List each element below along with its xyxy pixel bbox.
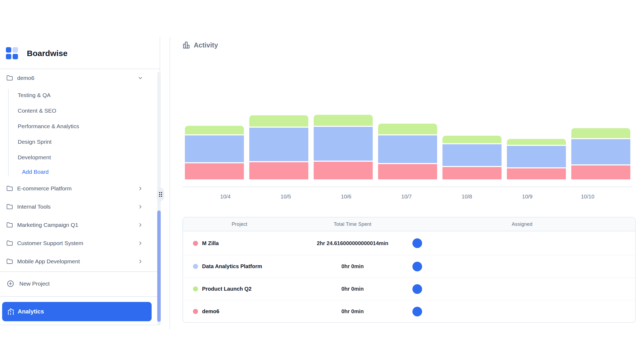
sidebar-bottom-border: [0, 325, 160, 325]
brand-title: Boardwise: [27, 47, 68, 59]
x-axis-label: 10/9: [522, 194, 533, 200]
chevron-right-icon[interactable]: [137, 258, 143, 264]
bar-segment-pink: [442, 167, 502, 179]
sidebar-project-demo6[interactable]: demo6: [0, 73, 160, 83]
table-row: Product Launch Q2 0hr 0min: [183, 278, 635, 300]
time-cell: 2hr 24.616000000000014min: [296, 240, 409, 247]
assignee-avatar[interactable]: [412, 238, 422, 248]
analytics-label: Analytics: [18, 308, 44, 315]
chart-bar-10/5: [249, 115, 308, 179]
assigned-cell: [409, 262, 635, 271]
assignee-avatar[interactable]: [412, 262, 422, 271]
bar-segment-green: [571, 128, 630, 138]
bar-segment-pink: [185, 163, 244, 179]
folder-icon: [6, 222, 13, 228]
assignee-avatar[interactable]: [412, 307, 422, 316]
project-name: demo6: [202, 308, 219, 315]
tree-indent-line: [8, 89, 9, 176]
folder-icon: [6, 240, 13, 246]
project-cell: M Zilla: [183, 240, 296, 246]
bar-segment-green: [378, 124, 437, 134]
analytics-button[interactable]: Analytics: [2, 302, 152, 321]
table-row: demo6 0hr 0min: [183, 300, 635, 323]
sidebar-project-internal-tools[interactable]: Internal Tools: [0, 201, 160, 212]
project-label: Internal Tools: [17, 204, 51, 210]
sidebar-project-marketing-campaign-q1[interactable]: Marketing Campaign Q1: [0, 220, 160, 230]
x-axis-label: 10/5: [281, 194, 291, 200]
sidebar-divider: [0, 69, 160, 69]
bar-segment-blue: [185, 135, 244, 162]
bar-segment-green: [442, 136, 502, 143]
project-cell: demo6: [183, 308, 296, 315]
assigned-cell: [409, 307, 635, 316]
board-item[interactable]: Testing & QA: [18, 91, 51, 99]
bar-segment-pink: [571, 165, 630, 179]
board-item[interactable]: Content & SEO: [18, 107, 56, 115]
project-name: Data Analytics Platform: [202, 263, 262, 269]
folder-icon: [6, 185, 13, 192]
add-board-button[interactable]: Add Board: [22, 168, 49, 176]
project-name: M Zilla: [202, 240, 219, 246]
chart-bar-10/7: [378, 124, 437, 179]
sidebar-divider: [0, 271, 160, 272]
project-cell: Data Analytics Platform: [183, 263, 296, 269]
plus-circle-icon: [7, 280, 14, 287]
new-project-label: New Project: [19, 280, 50, 287]
x-axis-label: 10/8: [462, 194, 472, 200]
project-label: Marketing Campaign Q1: [17, 222, 78, 228]
board-item[interactable]: Development: [18, 153, 51, 161]
project-color-dot: [193, 286, 198, 291]
logo-square-light: [13, 47, 18, 53]
sidebar-scrollbar-thumb[interactable]: [157, 210, 161, 322]
chevron-right-icon[interactable]: [137, 186, 143, 191]
board-item[interactable]: Design Sprint: [18, 138, 52, 146]
bar-segment-blue: [571, 139, 630, 164]
panel-resize-handle[interactable]: [157, 188, 164, 201]
page-title: Activity: [194, 40, 218, 50]
bar-segment-green: [507, 139, 566, 145]
app-logo: [6, 47, 18, 59]
x-axis-label: 10/4: [220, 194, 231, 200]
chevron-right-icon[interactable]: [137, 204, 143, 210]
column-header-assigned: Assigned: [409, 221, 635, 227]
bar-segment-blue: [314, 127, 373, 161]
logo-square: [6, 54, 11, 59]
chevron-down-icon[interactable]: [137, 75, 143, 81]
table-row: Data Analytics Platform 0hr 0min: [183, 255, 635, 278]
folder-icon: [6, 258, 13, 265]
assignee-avatar[interactable]: [412, 284, 422, 294]
x-axis-label: 10/10: [581, 194, 594, 200]
bar-segment-pink: [507, 168, 566, 179]
chevron-right-icon[interactable]: [137, 240, 143, 246]
sidebar-project-ecommerce-platform[interactable]: E-commerce Platform: [0, 183, 160, 194]
board-item[interactable]: Performance & Analytics: [18, 122, 79, 130]
bar-segment-pink: [249, 162, 308, 179]
x-axis-label: 10/7: [401, 194, 412, 200]
sidebar-project-customer-support-system[interactable]: Customer Support System: [0, 238, 160, 249]
bar-segment-pink: [314, 162, 373, 179]
table-header-row: Project Total Time Spent Assigned: [183, 217, 635, 231]
sidebar-project-mobile-app-development[interactable]: Mobile App Development: [0, 256, 160, 267]
bar-segment-blue: [249, 128, 308, 161]
time-cell: 0hr 0min: [296, 308, 409, 315]
chart-bar-10/9: [507, 139, 566, 179]
bar-segment-green: [249, 115, 308, 127]
assigned-cell: [409, 284, 635, 294]
assigned-cell: [409, 238, 635, 248]
bar-segment-green: [185, 126, 244, 134]
table-row: M Zilla 2hr 24.616000000000014min: [183, 231, 635, 255]
chevron-right-icon[interactable]: [137, 222, 143, 228]
analytics-chart-icon: [7, 308, 15, 316]
chart-bar-10/8: [442, 136, 502, 179]
column-header-project: Project: [183, 221, 296, 227]
x-axis-line: [182, 187, 633, 187]
time-spent-table: Project Total Time Spent Assigned M Zill…: [182, 217, 636, 323]
logo-square: [6, 47, 11, 53]
chart-bar-10/4: [185, 126, 244, 179]
chart-bar-10/10: [571, 128, 630, 179]
bar-chart-icon: [182, 40, 191, 50]
grip-dots-icon: [159, 192, 162, 197]
folder-icon: [6, 204, 13, 210]
project-label: E-commerce Platform: [17, 185, 72, 192]
new-project-button[interactable]: New Project: [0, 278, 160, 289]
